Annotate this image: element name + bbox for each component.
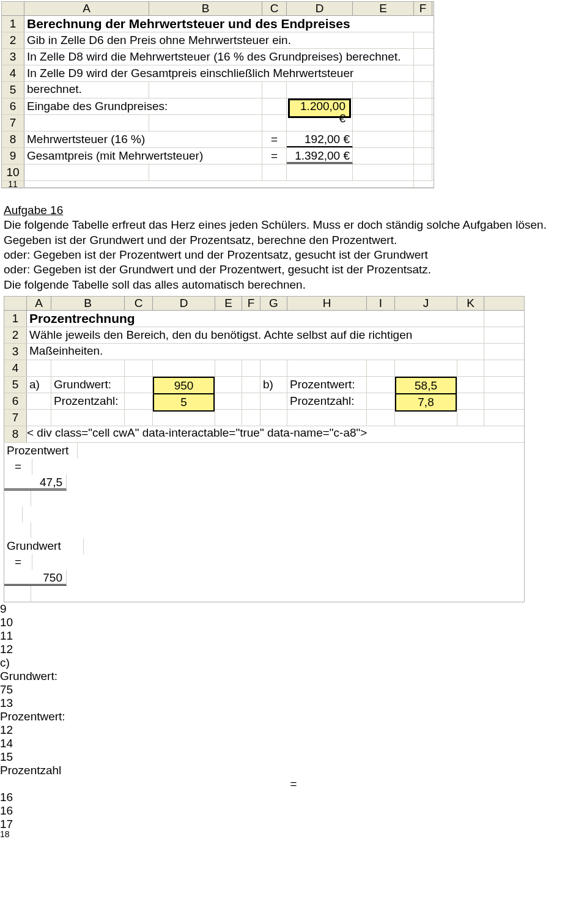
c-h4[interactable] (287, 360, 367, 376)
cell-a4[interactable]: In Zelle D9 wird der Gesamtpreis einschl… (24, 65, 414, 81)
a-grundwert-input[interactable]: 950 (153, 377, 215, 395)
col-B[interactable]: B (149, 2, 262, 15)
c-c6[interactable] (125, 393, 153, 409)
row-16[interactable]: 16 (0, 804, 587, 818)
select-all-corner[interactable] (2, 2, 24, 15)
row-11[interactable]: 11 (2, 181, 24, 187)
row-8[interactable]: 8 (4, 426, 27, 442)
a-pw-label[interactable]: Prozentwert (4, 443, 78, 459)
c-pz-label[interactable]: Prozentzahl (0, 764, 587, 777)
a-eq[interactable]: = (4, 459, 32, 475)
a-prozentzahl-input[interactable]: 5 (153, 393, 215, 412)
c-d12[interactable]: 75 (0, 683, 587, 697)
cell-b5[interactable] (149, 82, 262, 98)
c-k7[interactable] (457, 410, 484, 426)
c-e8[interactable] (4, 490, 31, 506)
b-prozentzahl-input[interactable]: 7,8 (395, 393, 457, 412)
a-gw-label[interactable]: Grundwert: (51, 377, 125, 393)
cell-a9[interactable]: Gesamtpreis (mit Mehrwertsteuer) (24, 148, 262, 164)
col-E[interactable]: E (215, 297, 242, 310)
c-j7[interactable] (395, 410, 457, 426)
cell-e7[interactable] (353, 115, 414, 131)
cell-f6[interactable] (414, 98, 432, 114)
cell-c6[interactable] (262, 98, 287, 114)
row-4[interactable]: 4 (2, 65, 24, 81)
cell-d6[interactable]: 1.200,00 € (287, 98, 353, 114)
c-b4[interactable] (51, 360, 125, 376)
a-label[interactable]: a) (27, 377, 51, 393)
cell-d7[interactable] (287, 115, 353, 131)
cell-e6[interactable] (353, 98, 414, 114)
b-label[interactable]: b) (260, 377, 287, 393)
cell-f5[interactable] (414, 82, 432, 98)
cell-f8[interactable] (414, 131, 432, 147)
c-g8[interactable] (4, 522, 31, 538)
row-1[interactable]: 1 (4, 311, 27, 327)
cell-a5[interactable] (24, 82, 149, 98)
b-pw-label[interactable]: Prozentwert: (287, 377, 367, 393)
select-all-corner[interactable] (4, 297, 27, 310)
cell-e5[interactable] (353, 82, 414, 98)
col-J[interactable]: J (395, 297, 457, 310)
cell-d5[interactable] (287, 82, 353, 98)
row-15[interactable]: 15 (0, 750, 587, 764)
col-A[interactable]: A (27, 297, 51, 310)
c-b7[interactable] (51, 410, 125, 426)
c-k5[interactable] (457, 377, 484, 393)
c-e6[interactable] (215, 393, 242, 409)
row-14[interactable]: 14 (0, 737, 587, 750)
cell-e9[interactable] (353, 148, 414, 164)
c-f8[interactable] (4, 506, 23, 522)
col-D[interactable]: D (287, 2, 353, 15)
row-7[interactable]: 7 (4, 410, 27, 426)
cell-c7[interactable] (262, 115, 287, 131)
c-e7[interactable] (215, 410, 242, 426)
title-cell[interactable]: Berechnung der Mehrwertsteuer und des En… (24, 16, 414, 32)
c-c5[interactable] (125, 377, 153, 393)
ex2-title[interactable]: Prozentrechnung (27, 311, 484, 327)
b-pz-label[interactable]: Prozentzahl: (287, 393, 367, 409)
c-c4[interactable] (125, 360, 153, 376)
cell-a11[interactable] (24, 181, 414, 187)
a-pz-label[interactable]: Prozentzahl: (51, 393, 125, 409)
c-g7[interactable] (260, 410, 287, 426)
c-d7[interactable] (153, 410, 215, 426)
cell-a6[interactable]: Eingabe des Grundpreises: (24, 98, 262, 114)
row-18[interactable]: 18 (0, 831, 587, 837)
cell-b7[interactable] (149, 115, 262, 131)
cell-c5[interactable] (262, 82, 287, 98)
row-8[interactable]: 8 (2, 131, 24, 147)
col-H[interactable]: H (287, 297, 367, 310)
cell-a10[interactable] (24, 164, 149, 180)
c-h7[interactable] (287, 410, 367, 426)
c-d5[interactable]: 950 (153, 377, 215, 393)
c-grundwert-input[interactable]: 75 (0, 683, 587, 697)
c-i4[interactable] (367, 360, 395, 376)
b-grundwert-result[interactable]: 750 (4, 570, 67, 586)
cell-b10[interactable] (149, 164, 262, 180)
c-gw-label[interactable]: Grundwert: (0, 670, 587, 683)
c-d4[interactable] (153, 360, 215, 376)
row-4[interactable]: 4 (4, 360, 27, 376)
c-i6[interactable] (367, 393, 395, 409)
c-j4[interactable] (395, 360, 457, 376)
c-j6[interactable]: 7,8 (395, 393, 457, 409)
row-13[interactable]: 13 (0, 697, 587, 710)
row-12[interactable]: 12 (0, 643, 587, 656)
col-K[interactable]: K (457, 297, 484, 310)
col-C[interactable]: C (125, 297, 153, 310)
c-d13[interactable]: 12 (0, 723, 587, 737)
cell-a3[interactable]: In Zelle D8 wird die Mehrwertsteuer (16 … (24, 49, 414, 65)
cell-a8[interactable]: Mehrwertsteuer (16 %) (24, 131, 262, 147)
row-3[interactable]: 3 (2, 49, 24, 65)
cell-d10[interactable] (287, 164, 353, 180)
col-F[interactable]: F (414, 2, 432, 15)
c-prozentwert-input[interactable]: 12 (0, 723, 587, 737)
row-6[interactable]: 6 (2, 98, 24, 114)
row-9[interactable]: 9 (0, 602, 587, 616)
c-f7[interactable] (242, 410, 260, 426)
c-f6[interactable] (242, 393, 260, 409)
cell-a7[interactable] (24, 115, 149, 131)
row-6[interactable]: 6 (4, 393, 27, 409)
row-5[interactable]: 5 (2, 82, 24, 98)
